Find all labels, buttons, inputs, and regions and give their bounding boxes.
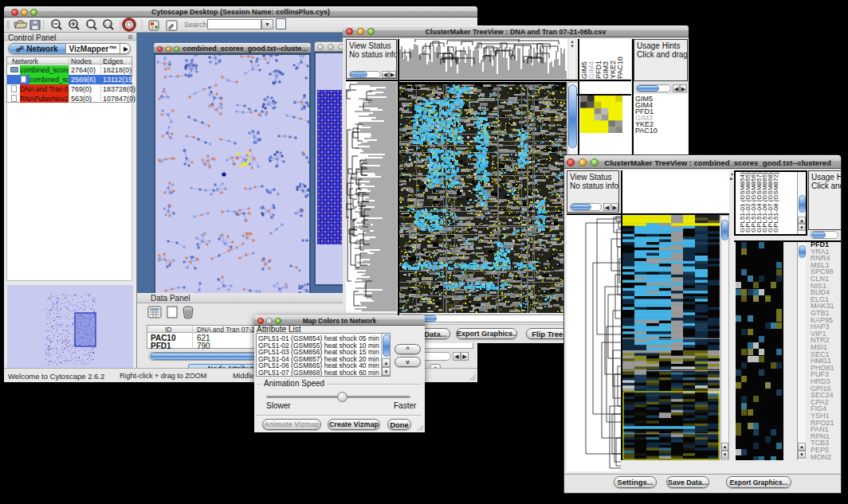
svg-text:1:1: 1:1 xyxy=(105,22,111,27)
